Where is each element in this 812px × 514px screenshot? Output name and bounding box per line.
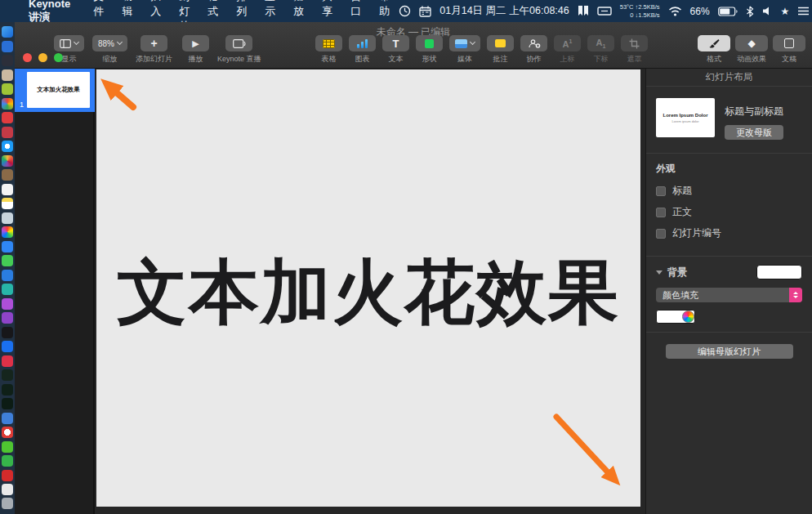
format-button[interactable]: 格式 (698, 35, 730, 65)
calendar-icon[interactable] (419, 6, 431, 17)
keynote-live-button[interactable]: Keynote 直播 (217, 35, 261, 65)
target-red-app-dock-icon[interactable] (2, 470, 13, 481)
cam-green-app-dock-icon[interactable] (2, 455, 13, 467)
view-button[interactable]: 显示 (54, 35, 84, 65)
wifi-icon[interactable] (668, 7, 682, 16)
subscript-button[interactable]: A1 下标 (587, 35, 614, 65)
green-app-dock-icon[interactable] (2, 255, 13, 266)
music-dock-icon[interactable] (2, 298, 13, 310)
battery-icon[interactable] (718, 7, 738, 16)
flags-icon[interactable] (578, 5, 589, 17)
globe-app-dock-icon[interactable] (2, 41, 13, 52)
trash-dock-icon[interactable] (2, 498, 13, 509)
document-button[interactable]: 文稿 (773, 35, 805, 65)
title-checkbox-row[interactable]: 标题 (656, 184, 802, 198)
app-store-dock-icon[interactable] (2, 341, 13, 352)
body-checkbox[interactable] (656, 208, 666, 217)
color-wheel-icon[interactable] (682, 311, 694, 323)
bluetooth-icon[interactable] (746, 6, 754, 17)
comment-label: 批注 (493, 54, 508, 65)
preview-app-dock-icon[interactable] (2, 212, 13, 224)
lamp-app-dock-icon[interactable] (2, 284, 13, 295)
tv-app-dock-icon[interactable] (2, 327, 13, 338)
fill-type-dropdown[interactable]: 颜色填充 (656, 288, 802, 302)
slide-layout-section: Lorem Ipsum Dolor Lorem ipsum dolor 标题与副… (646, 87, 812, 154)
books-app-dock-icon[interactable] (2, 169, 13, 181)
keynote-dock-icon[interactable] (2, 270, 13, 281)
slide-thumbnail-title: 文本加火花效果 (37, 86, 80, 94)
wechat-dock-icon[interactable] (2, 441, 13, 453)
slide-number-checkbox-row[interactable]: 幻灯片编号 (656, 226, 802, 240)
view-label: 显示 (62, 54, 77, 65)
minimize-button[interactable] (38, 53, 47, 62)
background-color-well[interactable] (756, 265, 802, 279)
terminal-3-dock-icon[interactable] (2, 398, 13, 409)
disclosure-triangle-icon[interactable] (656, 270, 663, 275)
app-menu[interactable]: Keynote 讲演 (20, 0, 79, 25)
terminal-1-dock-icon[interactable] (2, 369, 13, 381)
red-app-dock-icon[interactable] (2, 112, 13, 123)
finder-dock-icon[interactable] (2, 26, 13, 38)
media-button[interactable]: 媒体 (449, 35, 480, 65)
display-icon[interactable] (597, 6, 612, 16)
animate-button[interactable]: ◆ 动画效果 (735, 35, 768, 65)
table-button[interactable]: 表格 (315, 35, 342, 65)
fill-color-swatch[interactable] (656, 310, 695, 324)
vmware-dock-icon[interactable] (2, 413, 13, 424)
title-checkbox[interactable] (656, 186, 666, 196)
zoom-button[interactable]: 88% 缩放 (92, 35, 127, 65)
slide-thumbnail[interactable]: 文本加火花效果 (27, 72, 90, 108)
list-menu-icon[interactable] (797, 7, 810, 16)
slide-selection-highlight[interactable]: 文本加火花效果 1 (15, 69, 95, 112)
comment-button[interactable]: 批注 (487, 35, 514, 65)
colorwheel-app-dock-icon[interactable] (2, 226, 13, 238)
notes-app-dock-icon[interactable] (2, 198, 13, 209)
network-stats[interactable]: 53°C ↑2.5KB/s 0 ↓1.5KB/s (620, 3, 660, 19)
close-button[interactable] (23, 53, 32, 62)
chart-button[interactable]: 图表 (349, 35, 376, 65)
shape-button[interactable]: 形状 (416, 35, 443, 65)
slide-title-text[interactable]: 文本加火花效果 (117, 245, 620, 341)
podcasts-dock-icon[interactable] (2, 312, 13, 324)
photos-dock-icon[interactable] (2, 155, 13, 167)
text-button[interactable]: T 文本 (382, 35, 409, 65)
slide-number-checkbox[interactable] (656, 229, 666, 239)
docs-app-dock-icon[interactable] (2, 484, 13, 495)
volume-icon[interactable] (762, 6, 773, 16)
chrome-dock-icon[interactable] (2, 98, 13, 110)
v-app-dock-icon[interactable] (2, 355, 13, 367)
superscript-button[interactable]: A1 上标 (554, 35, 581, 65)
arrow-bottom-right[interactable] (556, 417, 609, 474)
menubar-clock[interactable]: 01月14日 周二 上午06:08:46 (439, 4, 569, 18)
terminal-2-dock-icon[interactable] (2, 384, 13, 396)
layout-thumbnail[interactable]: Lorem Ipsum Dolor Lorem ipsum dolor (656, 98, 715, 137)
dropdown-stepper[interactable] (789, 288, 802, 302)
fill-type-value: 颜色填充 (656, 289, 698, 302)
android-dock-icon[interactable] (2, 83, 13, 95)
horse-app-dock-icon[interactable] (2, 69, 13, 81)
screen: Keynote 讲演 文件编辑插入幻灯片格式排列显示播放共享窗口帮助 01月14… (0, 0, 812, 514)
star-icon[interactable]: ★ (781, 6, 790, 17)
arrow-top-left[interactable] (114, 91, 133, 107)
edit-master-button[interactable]: 编辑母版幻灯片 (666, 344, 793, 359)
body-checkbox-row[interactable]: 正文 (656, 205, 802, 219)
mail-red-app-dock-icon[interactable] (2, 127, 13, 138)
edit-master-section: 编辑母版幻灯片 (646, 333, 812, 370)
change-master-button[interactable]: 更改母版 (725, 125, 783, 140)
y-app-dock-icon[interactable] (2, 427, 13, 438)
add-slide-button[interactable]: + 添加幻灯片 (136, 35, 172, 65)
calendar-app-dock-icon[interactable] (2, 184, 13, 195)
mask-button[interactable]: 遮罩 (621, 35, 648, 65)
play-button[interactable]: ▶ 播放 (182, 35, 209, 65)
collaborate-button[interactable]: 协作 (520, 35, 547, 65)
dark-app-dock-icon[interactable] (2, 55, 13, 66)
slide-canvas[interactable]: 文本加火花效果 (96, 69, 640, 507)
timer-icon[interactable] (399, 5, 411, 17)
toolbar-group-insert: 表格 图表 T 文本 形状 媒体 (315, 35, 648, 65)
window-content: 文本加火花效果 1 文本加火花效果 (15, 69, 812, 514)
comment-icon (495, 39, 506, 47)
messages-dock-icon[interactable] (2, 241, 13, 253)
safari-dock-icon[interactable] (2, 141, 13, 152)
slide-navigator[interactable]: 文本加火花效果 1 (15, 69, 95, 514)
apple-menu-icon[interactable] (7, 11, 20, 12)
